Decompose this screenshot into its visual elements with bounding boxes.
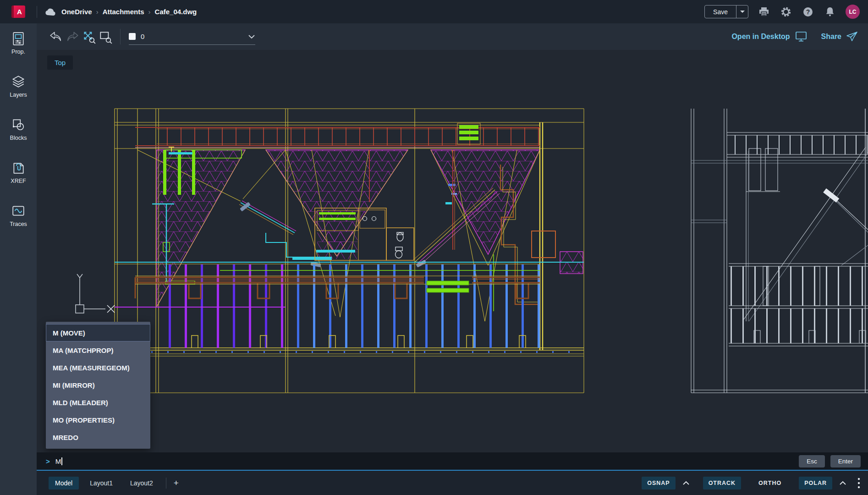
breadcrumb-separator: › bbox=[148, 8, 151, 16]
command-key-buttons: Esc Enter bbox=[799, 455, 868, 468]
status-bar: Model Layout1 Layout2 + OSNAP OTRACK ORT… bbox=[37, 470, 868, 495]
layer-current-value: 0 bbox=[141, 33, 243, 40]
toolbar-right-actions: Open in Desktop Share bbox=[731, 31, 868, 42]
breadcrumb-folder[interactable]: Attachments bbox=[103, 8, 144, 16]
drawing-viewport[interactable]: Top bbox=[37, 50, 868, 452]
tab-layout2[interactable]: Layout2 bbox=[124, 477, 159, 490]
polar-flyout-button[interactable] bbox=[838, 480, 848, 486]
settings-button[interactable] bbox=[780, 6, 792, 18]
text-cursor bbox=[61, 457, 62, 465]
zoom-window-button[interactable] bbox=[97, 29, 114, 44]
osnap-flyout-button[interactable] bbox=[681, 480, 691, 486]
chevron-up-icon bbox=[682, 480, 690, 486]
chevron-down-icon bbox=[248, 34, 255, 39]
traces-icon bbox=[11, 204, 25, 218]
blocks-icon bbox=[11, 118, 25, 132]
share-label: Share bbox=[821, 33, 841, 41]
sidebar-item-xref[interactable]: XREF bbox=[0, 161, 37, 204]
redo-button[interactable] bbox=[64, 29, 81, 44]
open-in-desktop-label: Open in Desktop bbox=[731, 33, 790, 41]
command-suggestion[interactable]: MA (MATCHPROP) bbox=[46, 341, 150, 359]
sidebar-item-layers[interactable]: Layers bbox=[0, 75, 37, 118]
zoom-extents-icon bbox=[82, 29, 96, 44]
printer-icon bbox=[758, 6, 770, 18]
view-cube-label[interactable]: Top bbox=[47, 55, 73, 70]
save-split-button: Save bbox=[704, 5, 748, 18]
bell-icon bbox=[824, 6, 836, 18]
command-prompt-icon: > bbox=[46, 457, 50, 465]
undo-button[interactable] bbox=[48, 29, 64, 44]
sidebar-label: Layers bbox=[10, 92, 27, 98]
esc-button[interactable]: Esc bbox=[799, 455, 825, 468]
sidebar-label: Traces bbox=[10, 221, 27, 227]
command-suggestion[interactable]: M (MOVE) bbox=[46, 324, 150, 341]
top-bar: A OneDrive › Attachments › Cafe_04.dwg S… bbox=[0, 0, 868, 23]
share-plane-icon bbox=[846, 31, 858, 42]
chevron-up-icon bbox=[839, 480, 846, 486]
zoom-extents-button[interactable] bbox=[81, 29, 97, 44]
kebab-menu-icon bbox=[857, 477, 861, 489]
divider bbox=[37, 6, 37, 18]
command-suggestion[interactable]: MI (MIRROR) bbox=[46, 376, 150, 394]
divider bbox=[120, 29, 121, 44]
autocad-web-app: A OneDrive › Attachments › Cafe_04.dwg S… bbox=[0, 0, 868, 495]
sidebar-item-blocks[interactable]: Blocks bbox=[0, 118, 37, 161]
command-suggestion[interactable]: MREDO bbox=[46, 429, 150, 446]
otrack-toggle[interactable]: OTRACK bbox=[703, 477, 741, 490]
command-suggestion[interactable]: MO (PROPERTIES) bbox=[46, 411, 150, 429]
floor-plan-monochrome bbox=[691, 109, 868, 393]
divider bbox=[166, 478, 166, 489]
command-autocomplete: M (MOVE) MA (MATCHPROP) MEA (MEASUREGEOM… bbox=[46, 322, 150, 449]
breadcrumb-file: Cafe_04.dwg bbox=[155, 8, 197, 16]
gear-icon bbox=[780, 6, 792, 18]
polar-toggle[interactable]: POLAR bbox=[799, 477, 832, 490]
print-button[interactable] bbox=[758, 6, 770, 18]
save-button[interactable]: Save bbox=[705, 6, 736, 18]
save-dropdown-button[interactable] bbox=[736, 6, 748, 18]
layer-color-swatch bbox=[129, 33, 136, 40]
svg-text:?: ? bbox=[806, 8, 810, 16]
floor-plan-colored bbox=[115, 109, 584, 393]
statusbar-overflow-button[interactable] bbox=[857, 477, 861, 489]
command-suggestion[interactable]: MLD (MLEADER) bbox=[46, 394, 150, 411]
sidebar-item-traces[interactable]: Traces bbox=[0, 204, 37, 247]
command-suggestion[interactable]: MEA (MEASUREGEOM) bbox=[46, 359, 150, 376]
chevron-down-icon bbox=[740, 11, 745, 13]
app-logo[interactable]: A bbox=[0, 6, 37, 18]
open-in-desktop-button[interactable]: Open in Desktop bbox=[731, 31, 807, 42]
share-button[interactable]: Share bbox=[821, 31, 858, 42]
layers-icon bbox=[11, 75, 25, 88]
osnap-toggle[interactable]: OSNAP bbox=[642, 477, 675, 490]
breadcrumb-separator: › bbox=[96, 8, 99, 16]
properties-icon bbox=[11, 32, 25, 45]
breadcrumb-drive[interactable]: OneDrive bbox=[61, 8, 92, 16]
notifications-button[interactable] bbox=[824, 6, 836, 18]
drafting-toggles: OSNAP OTRACK ORTHO POLAR bbox=[642, 477, 861, 490]
left-sidebar: Prop. Layers Blocks XREF bbox=[0, 23, 37, 495]
user-avatar[interactable]: LC bbox=[846, 5, 860, 19]
ucs-icon bbox=[76, 274, 115, 313]
sidebar-item-properties[interactable]: Prop. bbox=[0, 32, 37, 75]
undo-icon bbox=[49, 31, 63, 43]
tab-model[interactable]: Model bbox=[49, 477, 79, 490]
help-icon: ? bbox=[802, 6, 814, 18]
enter-button[interactable]: Enter bbox=[830, 455, 861, 468]
topbar-actions: Save bbox=[704, 5, 868, 19]
xref-icon bbox=[11, 161, 25, 175]
breadcrumb: OneDrive › Attachments › Cafe_04.dwg bbox=[44, 8, 197, 16]
add-layout-button[interactable]: + bbox=[174, 478, 179, 488]
help-button[interactable]: ? bbox=[802, 6, 814, 18]
ortho-toggle[interactable]: ORTHO bbox=[753, 477, 787, 490]
drawing-toolbar: 0 Open in Desktop Share bbox=[37, 23, 868, 50]
onedrive-cloud-icon bbox=[44, 8, 56, 16]
sidebar-label: Prop. bbox=[11, 49, 25, 55]
command-input[interactable]: M bbox=[55, 457, 61, 465]
sidebar-label: XREF bbox=[11, 178, 26, 184]
sidebar-label: Blocks bbox=[10, 135, 27, 141]
dwg-drawing bbox=[37, 50, 868, 452]
tab-layout1[interactable]: Layout1 bbox=[83, 477, 119, 490]
layer-dropdown[interactable]: 0 bbox=[129, 28, 255, 45]
command-line[interactable]: > M Esc Enter bbox=[37, 452, 868, 470]
autocad-logo-icon: A bbox=[11, 6, 25, 18]
redo-icon bbox=[66, 31, 79, 43]
